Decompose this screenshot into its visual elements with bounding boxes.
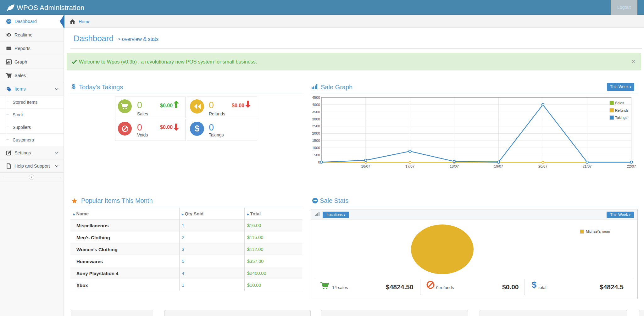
svg-text:0: 0 — [318, 160, 320, 164]
svg-text:4500: 4500 — [312, 96, 320, 99]
svg-text:Refunds: Refunds — [615, 108, 629, 112]
svg-text:Takings: Takings — [615, 116, 627, 119]
svg-text:1500: 1500 — [312, 139, 320, 142]
svg-text:2000: 2000 — [312, 131, 320, 135]
svg-text:3500: 3500 — [312, 110, 320, 114]
svg-text:3000: 3000 — [312, 117, 320, 121]
svg-text:20/07: 20/07 — [538, 164, 547, 168]
svg-text:Sales: Sales — [615, 101, 624, 105]
svg-text:2500: 2500 — [312, 124, 320, 128]
svg-text:21/07: 21/07 — [583, 164, 592, 168]
svg-text:22/07: 22/07 — [627, 164, 636, 168]
svg-text:19/07: 19/07 — [494, 164, 503, 168]
svg-text:17/07: 17/07 — [405, 164, 414, 168]
svg-text:1000: 1000 — [312, 146, 320, 150]
svg-text:4000: 4000 — [312, 103, 320, 107]
svg-text:16/07: 16/07 — [361, 164, 370, 168]
svg-text:18/07: 18/07 — [450, 164, 459, 168]
svg-text:500: 500 — [314, 153, 320, 157]
